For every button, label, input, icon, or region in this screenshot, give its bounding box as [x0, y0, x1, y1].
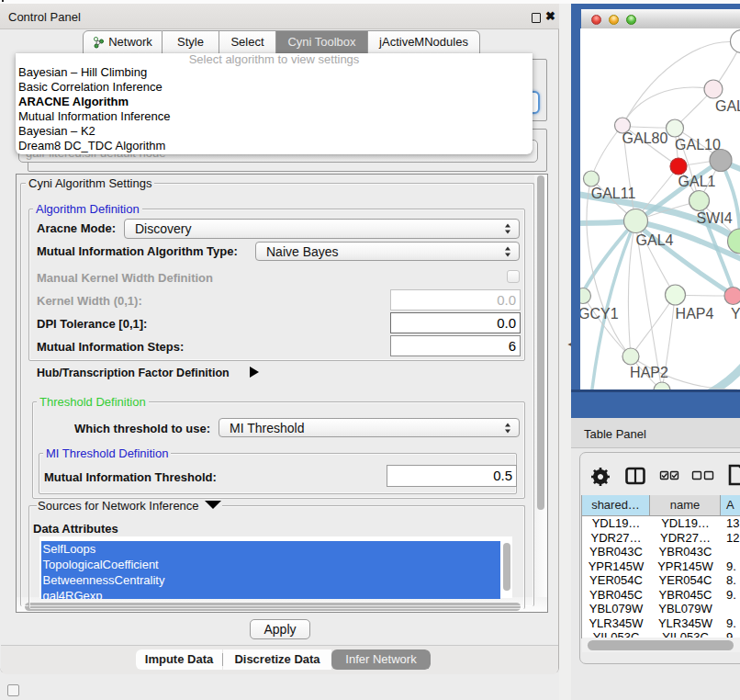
svg-text:GAL80: GAL80: [622, 130, 668, 146]
svg-text:GCY1: GCY1: [580, 306, 619, 322]
svg-text:GAL11: GAL11: [591, 186, 636, 201]
svg-text:GAL4: GAL4: [636, 232, 674, 248]
svg-text:GAL1: GAL1: [678, 174, 716, 189]
svg-text:SWI4: SWI4: [696, 210, 732, 226]
svg-text:HAP2: HAP2: [630, 365, 668, 380]
svg-text:YM: YM: [731, 306, 740, 322]
svg-text:HAP4: HAP4: [676, 306, 714, 322]
svg-text:GAL10: GAL10: [675, 137, 721, 152]
svg-text:GAL2: GAL2: [715, 98, 740, 114]
